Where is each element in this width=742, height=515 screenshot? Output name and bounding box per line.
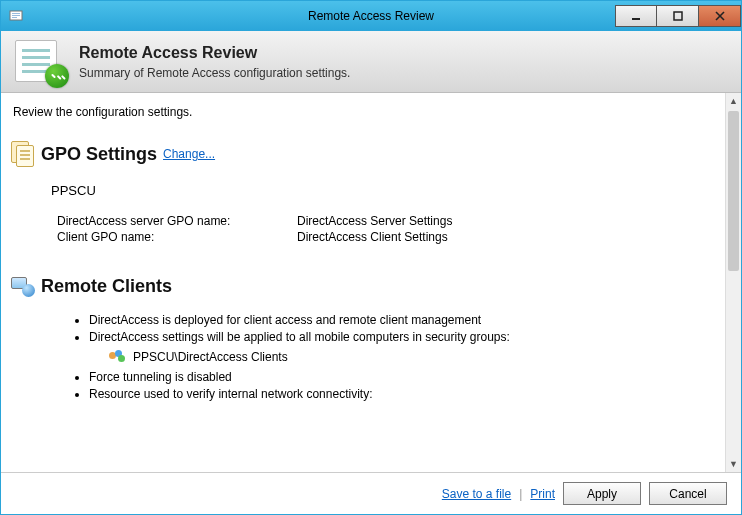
header-subtitle: Summary of Remote Access configuration s… <box>79 66 350 80</box>
footer-separator: | <box>519 487 522 501</box>
clients-bullet-list-2: Force tunneling is disabled Resource use… <box>71 370 715 401</box>
clients-group-value: PPSCU\DirectAccess Clients <box>133 350 288 364</box>
gpo-client-label: Client GPO name: <box>57 230 297 244</box>
content-area: Review the configuration settings. GPO S… <box>1 93 741 472</box>
gpo-org-name: PPSCU <box>51 183 715 198</box>
remote-clients-icon <box>11 277 35 297</box>
print-link[interactable]: Print <box>530 487 555 501</box>
clients-heading: Remote Clients <box>41 276 172 297</box>
gpo-section-head: GPO Settings Change... <box>11 141 715 167</box>
gpo-client-value: DirectAccess Client Settings <box>297 230 448 244</box>
apply-button[interactable]: Apply <box>563 482 641 505</box>
scroll-up-arrow-icon[interactable]: ▲ <box>726 93 741 109</box>
gpo-icon <box>11 141 35 167</box>
clients-bullet-4: Resource used to verify internal network… <box>89 387 715 401</box>
scroll-thumb[interactable] <box>728 111 739 271</box>
scroll-down-arrow-icon[interactable]: ▼ <box>726 456 741 472</box>
cancel-button[interactable]: Cancel <box>649 482 727 505</box>
intro-text: Review the configuration settings. <box>13 105 715 119</box>
clients-bullet-3: Force tunneling is disabled <box>89 370 715 384</box>
clients-bullet-2: DirectAccess settings will be applied to… <box>89 330 715 344</box>
gpo-change-link[interactable]: Change... <box>163 147 215 161</box>
gpo-heading: GPO Settings <box>41 144 157 165</box>
header-text: Remote Access Review Summary of Remote A… <box>79 44 350 80</box>
gpo-server-label: DirectAccess server GPO name: <box>57 214 297 228</box>
gpo-client-row: Client GPO name: DirectAccess Client Set… <box>57 230 715 244</box>
remote-access-review-window: Remote Access Review Remote Access Revie… <box>0 0 742 515</box>
save-to-file-link[interactable]: Save to a file <box>442 487 511 501</box>
clients-bullet-1: DirectAccess is deployed for client acce… <box>89 313 715 327</box>
gpo-server-row: DirectAccess server GPO name: DirectAcce… <box>57 214 715 228</box>
clients-bullet-list: DirectAccess is deployed for client acce… <box>71 313 715 344</box>
header-summary-icon <box>11 38 67 86</box>
vertical-scrollbar[interactable]: ▲ ▼ <box>725 93 741 472</box>
users-group-icon <box>109 350 127 364</box>
clients-section-head: Remote Clients <box>11 276 715 297</box>
clients-security-group: PPSCU\DirectAccess Clients <box>109 350 715 364</box>
header-title: Remote Access Review <box>79 44 350 62</box>
header-band: Remote Access Review Summary of Remote A… <box>1 31 741 93</box>
title-bar: Remote Access Review <box>1 1 741 31</box>
footer-bar: Save to a file | Print Apply Cancel <box>1 472 741 514</box>
window-title: Remote Access Review <box>1 9 741 23</box>
content-scroll: Review the configuration settings. GPO S… <box>1 93 725 472</box>
gpo-server-value: DirectAccess Server Settings <box>297 214 452 228</box>
